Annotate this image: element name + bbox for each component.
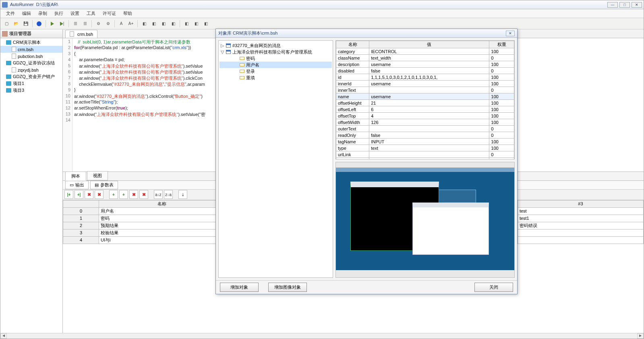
table-cell[interactable]: 密码 [99, 215, 225, 222]
property-cell[interactable]: category [336, 48, 369, 55]
menu-record[interactable]: 录制 [35, 10, 50, 17]
table-cell[interactable]: 0 [63, 207, 99, 215]
property-cell[interactable]: name [336, 93, 369, 100]
table-cell[interactable]: UI与i [99, 236, 225, 244]
property-cell[interactable]: 21 [369, 100, 489, 106]
property-cell[interactable]: 100 [489, 81, 514, 87]
tool-icon-10[interactable]: ◧ [169, 19, 178, 28]
table-cell[interactable]: test [518, 207, 643, 215]
open-icon[interactable]: 📂 [12, 19, 21, 28]
property-cell[interactable]: innerId [336, 81, 369, 87]
property-cell[interactable]: 100 [489, 106, 514, 113]
property-row[interactable]: innerText0 [336, 87, 514, 93]
property-cell[interactable]: 100 [489, 113, 514, 119]
property-cell[interactable]: 0 [489, 126, 514, 132]
property-row[interactable]: offsetHeight21100 [336, 100, 514, 106]
delete-all-rows-icon[interactable]: ✖ [95, 190, 104, 199]
tab-param-table[interactable]: ▤ 参数表 [90, 181, 118, 189]
sort-desc-icon[interactable]: z↓a [164, 190, 173, 199]
property-cell[interactable]: 0 [489, 87, 514, 93]
menu-license[interactable]: 许可证 [99, 10, 119, 17]
add-col-icon[interactable]: + [109, 190, 118, 199]
project-tree-file[interactable]: pubction.bsh [0, 53, 62, 60]
property-cell[interactable]: offsetWidth [336, 119, 369, 126]
add-col-end-icon[interactable]: + [119, 190, 128, 199]
table-cell[interactable]: 3 [63, 229, 99, 236]
project-tree-folder[interactable]: 项目3 [0, 87, 62, 94]
property-row[interactable]: offsetWidth126100 [336, 119, 514, 126]
object-tree[interactable]: ▷#32770_来自网页的消息▽上海泽众软件科技有限公司客户管理系统密码用户名登… [218, 40, 333, 278]
table-cell[interactable] [518, 236, 643, 244]
property-cell[interactable]: 0 [489, 55, 514, 61]
menu-edit[interactable]: 编辑 [19, 10, 34, 17]
property-cell[interactable]: username [369, 93, 489, 100]
property-cell[interactable]: 100 [489, 48, 514, 55]
save-icon[interactable]: 💾 [21, 19, 30, 28]
property-row[interactable]: nameusername100 [336, 93, 514, 100]
property-cell[interactable]: value [336, 158, 369, 160]
property-row[interactable]: typetext100 [336, 145, 514, 151]
project-tree-folder[interactable]: CRM演示脚本 [0, 39, 62, 46]
table-cell[interactable]: 1 [63, 215, 99, 222]
project-tree-folder[interactable]: GDZQ_证券协议冻结 [0, 60, 62, 66]
property-row[interactable]: categoryIECONTROL100 [336, 48, 514, 55]
table-cell[interactable]: 密码错误 [518, 222, 643, 229]
project-tree-file[interactable]: crm.bsh [0, 46, 62, 53]
property-cell[interactable]: text [369, 145, 489, 151]
expand-icon[interactable]: ▷ [220, 43, 224, 48]
property-cell[interactable]: offsetLeft [336, 106, 369, 113]
property-cell[interactable]: IECONTROL [369, 48, 489, 55]
property-cell[interactable]: offsetHeight [336, 100, 369, 106]
property-cell[interactable]: 0 [489, 68, 514, 74]
add-row-icon[interactable]: |+ [64, 190, 73, 199]
import-icon[interactable]: ⤓ [178, 190, 187, 199]
object-tree-item[interactable]: 用户名 [219, 62, 332, 68]
property-cell[interactable]: offsetTop [336, 113, 369, 119]
close-button[interactable]: ✕ [632, 2, 642, 8]
tab-script[interactable]: 脚本 [65, 172, 86, 181]
prop-header[interactable]: 权重 [489, 41, 514, 48]
menu-execute[interactable]: 执行 [51, 10, 66, 17]
tool-icon-2[interactable]: ☰ [81, 19, 89, 28]
property-cell[interactable]: 6 [369, 106, 489, 113]
table-cell[interactable]: 用户名 [99, 207, 225, 215]
play-icon[interactable] [48, 19, 57, 28]
tool-icon-12[interactable]: ◧ [192, 19, 201, 28]
project-tree-folder[interactable]: GDZQ_资金开户销户 [0, 73, 62, 80]
property-cell[interactable]: 100 [489, 100, 514, 106]
add-image-object-button[interactable]: 增加图像对象 [268, 283, 307, 292]
property-cell[interactable] [369, 151, 489, 158]
property-row[interactable]: id1,1,1,5,1,0,3,0,1,2,1,0,1,1,0,3,0,1,10… [336, 74, 514, 81]
property-cell[interactable]: 0 [489, 132, 514, 138]
property-row[interactable]: value0 [336, 158, 514, 160]
property-cell[interactable]: 4 [369, 113, 489, 119]
property-cell[interactable] [369, 126, 489, 132]
table-cell[interactable]: 4 [63, 236, 99, 244]
property-cell[interactable]: 1,1,1,5,1,0,3,0,1,2,1,0,1,1,0,3,0,1, [369, 74, 489, 81]
maximize-button[interactable]: □ [619, 2, 630, 8]
property-row[interactable]: classNametext_width0 [336, 55, 514, 61]
scroll-right-icon[interactable]: ▶ [637, 333, 644, 339]
property-row[interactable]: disabledfalse0 [336, 68, 514, 74]
property-cell[interactable]: false [369, 68, 489, 74]
property-cell[interactable]: id [336, 74, 369, 81]
tool-icon-7[interactable]: ◧ [140, 19, 149, 28]
object-tree-item[interactable]: ▷#32770_来自网页的消息 [219, 42, 332, 49]
property-cell[interactable]: readOnly [336, 132, 369, 138]
tool-icon-3[interactable]: ⚙ [94, 19, 103, 28]
property-cell[interactable]: urlLink [336, 151, 369, 158]
property-cell[interactable]: 100 [489, 61, 514, 68]
param-header[interactable]: 名称 [99, 200, 225, 207]
expand-icon[interactable]: ▽ [220, 50, 224, 55]
property-cell[interactable]: 0 [489, 151, 514, 158]
property-cell[interactable]: outerText [336, 126, 369, 132]
property-cell[interactable]: 0 [489, 158, 514, 160]
step-icon[interactable]: | [58, 19, 66, 28]
add-row-end-icon[interactable]: +| [75, 190, 83, 199]
property-row[interactable]: innerIdusername100 [336, 81, 514, 87]
menu-tools[interactable]: 工具 [83, 10, 99, 17]
tab-output[interactable]: ▭ 输出 [65, 181, 89, 189]
tab-view[interactable]: 视图 [87, 171, 108, 180]
property-cell[interactable]: username [369, 81, 489, 87]
tool-icon-6[interactable]: A+ [126, 19, 135, 28]
